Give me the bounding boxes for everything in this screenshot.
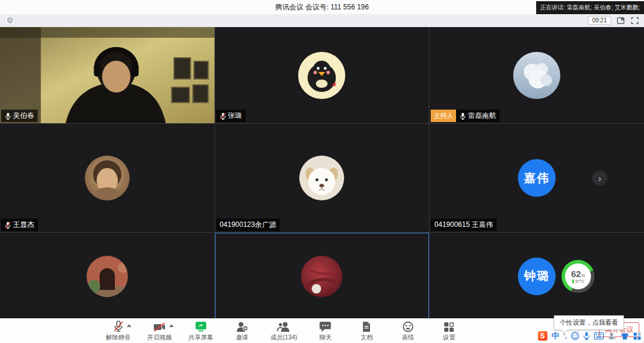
toolbar-item-docs[interactable]: 文档 xyxy=(354,321,379,342)
participant-tile[interactable]: 吴伯春 xyxy=(0,27,214,123)
cloud-avatar-image xyxy=(513,52,560,99)
participant-name: 041900123余广源 xyxy=(220,220,276,230)
fullscreen-icon xyxy=(631,17,639,24)
avatar xyxy=(301,256,342,297)
participant-name-label: 吴伯春 xyxy=(1,110,38,122)
avatar xyxy=(298,52,345,99)
participant-name-row: 吴伯春 xyxy=(1,110,38,122)
mic-on-icon xyxy=(460,113,466,120)
fullscreen-button[interactable] xyxy=(630,17,639,25)
toolbar-item-settings[interactable]: 设置 xyxy=(436,321,462,342)
host-badge: 主持人 xyxy=(431,110,456,122)
toolbar-label: 设置 xyxy=(443,334,455,342)
next-page-button[interactable]: › xyxy=(592,170,607,186)
ime-emoji-icon[interactable] xyxy=(571,332,579,340)
speaking-banner: 正在讲话: 雷磊南航; 吴伯春; 艾米鹏鹏; xyxy=(536,1,644,14)
toolbar-item-share-screen[interactable]: 共享屏幕 xyxy=(188,321,214,342)
toolbar-items: 解除静音 开启视频 xyxy=(105,321,539,342)
ime-voice-icon[interactable] xyxy=(583,332,590,340)
invite-icon xyxy=(236,321,248,332)
mic-options-caret[interactable] xyxy=(127,324,131,327)
ime-toolbox-grid-icon[interactable] xyxy=(633,332,641,340)
battery-status-widget: 62% 37°C xyxy=(562,260,595,293)
participant-tile[interactable]: 主持人 雷磊南航 xyxy=(430,27,644,123)
participant-name-label: 王显杰 xyxy=(1,219,38,231)
ime-toolbar: S 中 ’, xyxy=(538,331,641,341)
members-icon xyxy=(277,321,290,332)
window-titlebar: 腾讯会议 会议号: 111 556 196 正在讲话: 雷磊南航; 吴伯春; 艾… xyxy=(0,0,644,14)
sogou-logo-icon[interactable]: S xyxy=(538,331,547,341)
tencent-meeting-window: 腾讯会议 会议号: 111 556 196 正在讲话: 雷磊南航; 吴伯春; 艾… xyxy=(0,0,644,343)
shield-icon xyxy=(7,17,13,24)
archway-avatar-image xyxy=(87,256,128,297)
participant-name: 张璐 xyxy=(228,111,242,121)
speaking-banner-text: 正在讲话: 雷磊南航; 吴伯春; 艾米鹏鹏; xyxy=(540,4,640,11)
thermometer-icon xyxy=(572,279,574,283)
participant-tile[interactable] xyxy=(0,233,214,319)
participant-tile[interactable]: 嘉伟 › 041900615 王嘉伟 xyxy=(430,124,644,232)
emoji-icon xyxy=(402,321,414,332)
camera-options-caret[interactable] xyxy=(169,324,174,327)
participant-name-row: 041900615 王嘉伟 xyxy=(431,219,496,231)
participant-name-label: 041900615 王嘉伟 xyxy=(431,219,496,231)
mic-muted-icon xyxy=(5,222,11,229)
toolbar-item-members[interactable]: 成员(134) xyxy=(270,321,298,342)
toolbar-item-camera[interactable]: 开启视频 xyxy=(147,321,173,342)
mic-on-icon xyxy=(5,113,11,120)
meeting-timer: 09:21 xyxy=(588,16,611,25)
participant-tile[interactable]: 王显杰 xyxy=(0,124,214,232)
toolbar-label: 邀请 xyxy=(236,334,248,342)
participant-name-label: 张璐 xyxy=(216,110,246,122)
toolbar-label: 聊天 xyxy=(319,334,332,342)
bird-avatar-image xyxy=(298,52,345,99)
temperature-value: 37°C xyxy=(575,279,584,283)
participant-tile[interactable]: 钟璐 62% 37°C xyxy=(430,233,644,319)
toolbar-item-invite[interactable]: 邀请 xyxy=(229,321,255,342)
battery-percent-unit: % xyxy=(581,273,585,278)
participant-name-row: 张璐 xyxy=(216,110,246,122)
document-icon xyxy=(362,321,371,332)
avatar-wrap xyxy=(215,27,430,123)
participant-name: 041900615 王嘉伟 xyxy=(434,220,493,230)
ime-language-toggle[interactable]: 中 xyxy=(551,331,559,341)
meeting-toolbar: 09:21 xyxy=(0,14,644,27)
avatar-wrap xyxy=(0,124,214,232)
battery-status-inner: 62% 37°C xyxy=(565,263,591,289)
camera-off-icon xyxy=(153,322,166,332)
toolbar-label: 共享屏幕 xyxy=(189,334,213,342)
toolbar-label: 开启视频 xyxy=(147,334,172,342)
battery-percent: 62% xyxy=(571,269,585,278)
battery-percent-value: 62 xyxy=(571,269,581,279)
initials-avatar: 钟璐 xyxy=(518,258,556,295)
meeting-info-shield-button[interactable] xyxy=(5,16,15,25)
avatar-wrap xyxy=(215,124,430,232)
participant-tile[interactable]: 张璐 xyxy=(215,27,430,123)
participant-name: 雷磊南航 xyxy=(468,111,496,121)
avatar-wrap xyxy=(430,27,644,123)
avatar-wrap xyxy=(0,233,214,319)
toolbar-item-chat[interactable]: 聊天 xyxy=(312,321,338,342)
participant-name: 王显杰 xyxy=(13,220,34,230)
avatar-wrap: 钟璐 xyxy=(430,233,644,319)
ime-keyboard-icon[interactable] xyxy=(594,332,604,339)
ime-account-icon[interactable] xyxy=(608,332,616,340)
mic-muted-icon xyxy=(220,113,226,120)
participant-tile[interactable] xyxy=(215,233,430,319)
avatar-wrap xyxy=(215,233,430,319)
participant-name-row: 主持人 雷磊南航 xyxy=(431,110,500,122)
avatar xyxy=(513,52,560,99)
toolbar-label: 表情 xyxy=(402,334,414,342)
participant-name-label: 雷磊南航 xyxy=(456,110,500,122)
toolbar-item-emoji[interactable]: 表情 xyxy=(395,321,421,342)
live-video-feed xyxy=(0,27,214,123)
layout-switch-button[interactable] xyxy=(616,17,625,25)
participant-name-label: 041900123余广源 xyxy=(216,219,280,231)
share-screen-icon xyxy=(194,321,207,332)
ime-skin-shirt-icon[interactable] xyxy=(620,332,629,340)
toolbar-label: 成员(134) xyxy=(270,334,298,342)
participant-tile[interactable]: 041900123余广源 xyxy=(215,124,430,232)
toolbar-item-unmute[interactable]: 解除静音 xyxy=(105,321,131,342)
ime-tooltip: 个性设置，点我看看 xyxy=(554,315,624,330)
puppy-avatar-image xyxy=(299,156,344,200)
avatar xyxy=(85,156,130,200)
